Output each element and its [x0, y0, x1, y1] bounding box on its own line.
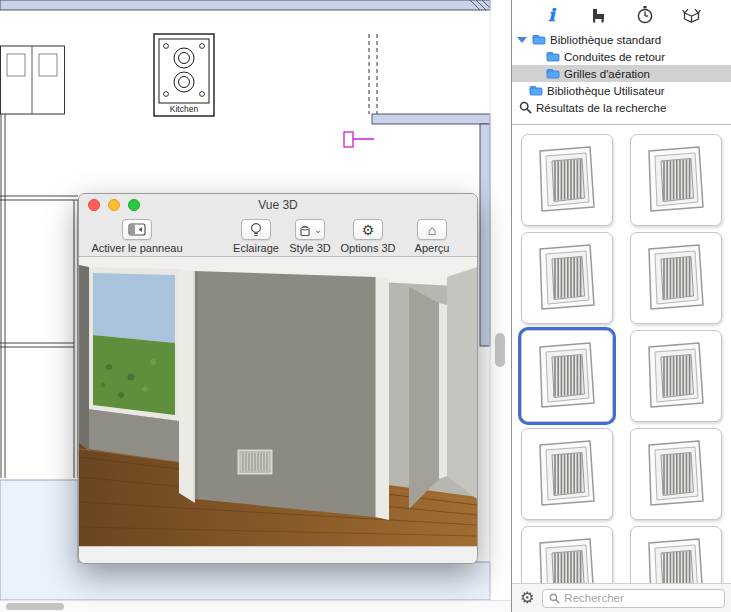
vent-grille-preview	[639, 535, 713, 583]
gear-icon[interactable]: ⚙	[520, 590, 534, 606]
info-icon: ℹ	[548, 5, 554, 26]
tree-item-bibliotheque-standard[interactable]: Bibliothèque standard	[512, 31, 731, 48]
tree-item-bibliotheque-utilisateur[interactable]: Bibliothèque Utilisateur	[512, 82, 731, 99]
tab-info[interactable]: ℹ	[538, 4, 564, 26]
folder-icon	[546, 68, 560, 79]
grille-thumbnail[interactable]	[630, 428, 722, 520]
grille-thumbnail[interactable]	[521, 330, 613, 422]
vent-grille-preview	[530, 535, 604, 583]
grille-thumbnail[interactable]	[521, 134, 613, 226]
grille-thumbnail[interactable]	[630, 134, 722, 226]
app-window: Kitchen Vue 3D	[0, 0, 731, 612]
library-tab-bar: ℹ	[512, 0, 731, 30]
clock-icon	[637, 6, 653, 24]
paint-bucket-icon	[298, 223, 312, 237]
tab-materials[interactable]	[679, 4, 705, 26]
grille-thumbnail[interactable]	[521, 428, 613, 520]
toolbar: Activer le panneau Eclairage	[79, 216, 477, 257]
grille-thumbnail[interactable]	[630, 526, 722, 583]
close-button[interactable]	[88, 199, 100, 211]
vent-grille-preview	[530, 143, 604, 217]
activate-panel-button[interactable]: Activer le panneau	[87, 219, 187, 254]
vent-grille-preview	[530, 241, 604, 315]
vue-3d-window[interactable]: Vue 3D Activer le panneau	[78, 193, 478, 564]
grille-thumbnail[interactable]	[630, 232, 722, 324]
folder-icon	[529, 85, 543, 96]
titlebar[interactable]: Vue 3D	[79, 194, 477, 216]
library-panel: ℹ	[511, 0, 731, 612]
folder-icon	[546, 51, 560, 62]
zoom-button[interactable]	[128, 199, 140, 211]
open-box-icon	[682, 7, 701, 23]
window-bottom-bar	[79, 546, 477, 564]
lightbulb-icon	[250, 222, 262, 238]
chevron-down-icon: ⌄	[314, 225, 322, 235]
vent-grille-preview	[639, 437, 713, 511]
preview-button[interactable]: ⌂ Aperçu	[409, 219, 455, 254]
thumbnail-grid	[512, 128, 731, 583]
gear-icon: ⚙	[362, 223, 375, 237]
search-field[interactable]	[542, 589, 725, 608]
options-3d-button[interactable]: ⚙ Options 3D	[337, 219, 399, 254]
vertical-scrollbar[interactable]	[495, 333, 505, 367]
library-tree: Bibliothèque standard Conduites de retou…	[512, 31, 731, 116]
tree-item-grilles-daeration[interactable]: Grilles d'aération	[512, 65, 731, 82]
panel-toggle-icon	[128, 223, 146, 236]
grille-thumbnail[interactable]	[521, 232, 613, 324]
vent-grille-preview	[639, 339, 713, 413]
house-icon: ⌂	[428, 223, 436, 237]
search-icon	[549, 593, 560, 604]
vent-grille-preview	[530, 437, 604, 511]
tree-item-conduites-de-retour[interactable]: Conduites de retour	[512, 48, 731, 65]
folder-icon	[532, 34, 546, 45]
minimize-button[interactable]	[108, 199, 120, 211]
tab-furniture[interactable]	[585, 4, 611, 26]
vent-grille-preview	[639, 143, 713, 217]
grille-thumbnail[interactable]	[521, 526, 613, 583]
vent-symbol-2d	[344, 132, 374, 147]
vent-grille-preview	[530, 339, 604, 413]
style-3d-button[interactable]: ⌄ Style 3D	[285, 219, 335, 254]
grille-thumbnail[interactable]	[630, 330, 722, 422]
divider	[512, 124, 731, 125]
vent-grille-3d	[237, 449, 273, 475]
lighting-button[interactable]: Eclairage	[229, 219, 283, 254]
stove-symbol: Kitchen	[154, 34, 214, 116]
horizontal-scrollbar[interactable]	[0, 600, 511, 612]
tree-item-resultats-recherche[interactable]: Résultats de la recherche	[512, 99, 731, 116]
disclosure-triangle-icon[interactable]	[517, 37, 527, 43]
3d-viewport[interactable]	[79, 257, 477, 546]
room-label: Kitchen	[170, 104, 199, 114]
horizontal-scroll-thumb[interactable]	[6, 603, 64, 610]
panel-bottom-bar: ⚙	[512, 583, 731, 612]
vent-grille-preview	[639, 241, 713, 315]
search-input[interactable]	[564, 592, 718, 604]
search-icon	[519, 101, 532, 114]
armchair-icon	[590, 7, 607, 23]
tab-history[interactable]	[632, 4, 658, 26]
